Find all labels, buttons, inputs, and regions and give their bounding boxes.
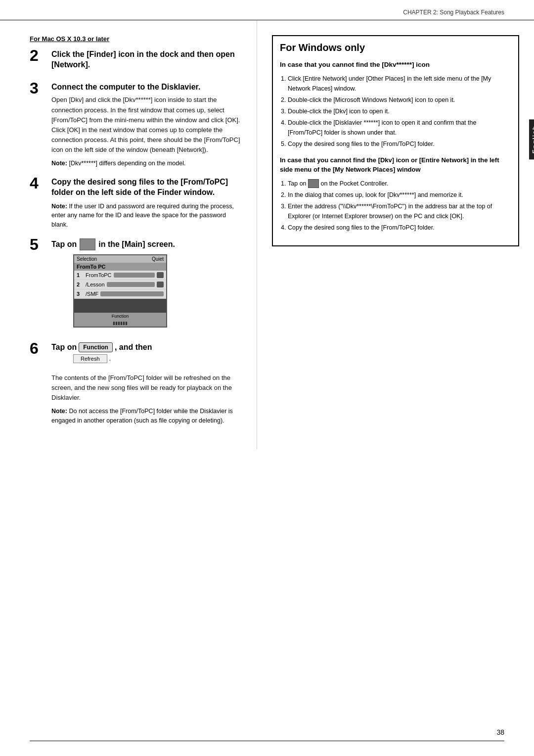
- screen-row-1: 1 FromToPC: [74, 271, 166, 280]
- row-3-label: /SMF: [86, 291, 98, 297]
- step-5-content: Tap on in the [Main] screen. Selection Q…: [51, 238, 242, 333]
- windows-section-1-list: Click [Entire Network] under [Other Plac…: [280, 74, 511, 149]
- step-2-number: 2: [30, 47, 48, 63]
- english-tab: English: [529, 119, 534, 159]
- screen-header-left: Selection: [77, 256, 97, 262]
- step-6-number: 6: [30, 340, 48, 356]
- step-6: 6 Tap on Function , and then Refresh . T…: [30, 342, 242, 425]
- screen-status-icons: ▮▮▮▮▮▮: [113, 321, 128, 326]
- step-6-note: Note: Do not access the [From/ToPC] fold…: [51, 407, 242, 425]
- step-4-content: Copy the desired song files to the [From…: [51, 177, 242, 230]
- right-column: English For Windows only In case that yo…: [257, 20, 534, 449]
- step-6-refresh-area: Refresh .: [51, 354, 242, 368]
- screen-status-bar: ▮▮▮▮▮▮: [74, 320, 166, 327]
- step-5-tap-line: Tap on in the [Main] screen.: [51, 238, 242, 250]
- windows-section-2-list: Tap on on the Pocket Controller. In the …: [280, 179, 511, 233]
- list-item: Copy the desired song files to the [From…: [288, 139, 511, 149]
- left-column: For Mac OS X 10.3 or later 2 Click the […: [0, 20, 257, 449]
- row-2-icon: [157, 282, 164, 287]
- step-3-content: Connect the computer to the Disklavier. …: [51, 82, 242, 168]
- chapter-label: CHAPTER 2: Song Playback Features: [403, 9, 504, 16]
- bottom-line: 38: [30, 741, 504, 746]
- step6-and-then: , and then: [115, 343, 152, 352]
- row-2-num: 2: [77, 282, 84, 287]
- row-2-bar: [107, 282, 155, 287]
- windows-section-1-title: In case that you cannot find the [Dkv***…: [280, 60, 511, 70]
- list-item: Double-click the [Dkv] icon to open it.: [288, 106, 511, 116]
- period: .: [109, 354, 111, 362]
- screen-bottom: [74, 299, 166, 313]
- row-1-label: FromToPC: [86, 272, 112, 278]
- step-3-number: 3: [30, 80, 48, 96]
- tap-on-text: Tap on: [51, 240, 77, 249]
- step-5-number: 5: [30, 236, 48, 252]
- step-6-content: Tap on Function , and then Refresh . The…: [51, 342, 242, 425]
- windows-section-2-title: In case that you cannot find the [Dkv] i…: [280, 156, 511, 175]
- row-1-bar: [114, 273, 155, 278]
- list-item: In the dialog that comes up, look for [D…: [288, 190, 511, 200]
- list-item: Double-click the [Microsoft Windows Netw…: [288, 95, 511, 105]
- step-4: 4 Copy the desired song files to the [Fr…: [30, 177, 242, 230]
- step-4-note-text: If the user ID and password are required…: [51, 203, 234, 229]
- list-item: Tap on on the Pocket Controller.: [288, 179, 511, 189]
- step-5: 5 Tap on in the [Main] screen. Selection…: [30, 238, 242, 333]
- note-label-4: Note:: [51, 203, 67, 210]
- list-item: Copy the desired song files to the [From…: [288, 223, 511, 233]
- step-6-tap-line: Tap on Function , and then: [51, 342, 242, 352]
- note-label: Note:: [51, 160, 67, 167]
- step-3-body: Open [Dkv] and click the [Dkv******] ico…: [51, 95, 242, 155]
- step-4-title: Copy the desired song files to the [From…: [51, 177, 242, 198]
- tap-icon-inline: [308, 179, 319, 188]
- list-item: Enter the address ("\\Dkv******\FromToPC…: [288, 201, 511, 221]
- refresh-button: Refresh: [73, 354, 107, 363]
- tap-icon: [80, 238, 95, 250]
- screen-mockup: Selection Quiet FromTo PC 1 FromToPC 2 /…: [73, 254, 167, 328]
- for-windows-box: For Windows only In case that you cannot…: [272, 35, 519, 246]
- section-2-title-text: In case that you cannot find the [Dkv] i…: [280, 156, 499, 173]
- step-4-note: Note: If the user ID and password are re…: [51, 202, 242, 230]
- screen-footer: Function: [74, 313, 166, 320]
- step-2-content: Click the [Finder] icon in the dock and …: [51, 49, 242, 73]
- tap-middle-text: in the [Main] screen.: [98, 240, 175, 249]
- row-1-num: 1: [77, 272, 84, 278]
- row-1-icon: [157, 272, 164, 278]
- step-3-note-text: [Dkv******] differs depending on the mod…: [69, 160, 185, 167]
- list-item: Double-click the [Disklavier ******] ico…: [288, 118, 511, 138]
- list-item: Click [Entire Network] under [Other Plac…: [288, 74, 511, 94]
- row-3-bar: [100, 291, 164, 296]
- page-header: CHAPTER 2: Song Playback Features: [0, 0, 534, 20]
- step-6-body: The contents of the [From/ToPC] folder w…: [51, 373, 242, 403]
- step6-tap-text: Tap on: [51, 343, 77, 352]
- step-6-note-text: Do not access the [From/ToPC] folder whi…: [51, 408, 233, 424]
- footer-area: 38: [0, 741, 534, 746]
- screen-title: FromTo PC: [74, 263, 166, 271]
- step-2: 2 Click the [Finder] icon in the dock an…: [30, 49, 242, 73]
- screen-mock-header: Selection Quiet: [74, 255, 166, 263]
- step-3: 3 Connect the computer to the Disklavier…: [30, 82, 242, 168]
- step-4-number: 4: [30, 175, 48, 191]
- screen-row-2: 2 /Lesson: [74, 280, 166, 289]
- step-2-title: Click the [Finder] icon in the dock and …: [51, 49, 242, 70]
- step-3-note: Note: [Dkv******] differs depending on t…: [51, 159, 242, 168]
- page-number: 38: [496, 728, 504, 736]
- screen-row-3: 3 /SMF: [74, 289, 166, 299]
- for-mac-label: For Mac OS X 10.3 or later: [30, 35, 242, 43]
- row-2-label: /Lesson: [86, 282, 105, 287]
- row-3-num: 3: [77, 291, 84, 297]
- step-3-title: Connect the computer to the Disklavier.: [51, 82, 242, 93]
- screen-header-right: Quiet: [152, 256, 164, 262]
- section-1-title-text: In case that you cannot find the [Dkv***…: [280, 61, 430, 68]
- for-windows-title: For Windows only: [280, 42, 511, 53]
- function-button: Function: [79, 342, 113, 352]
- note-label-6: Note:: [51, 408, 67, 415]
